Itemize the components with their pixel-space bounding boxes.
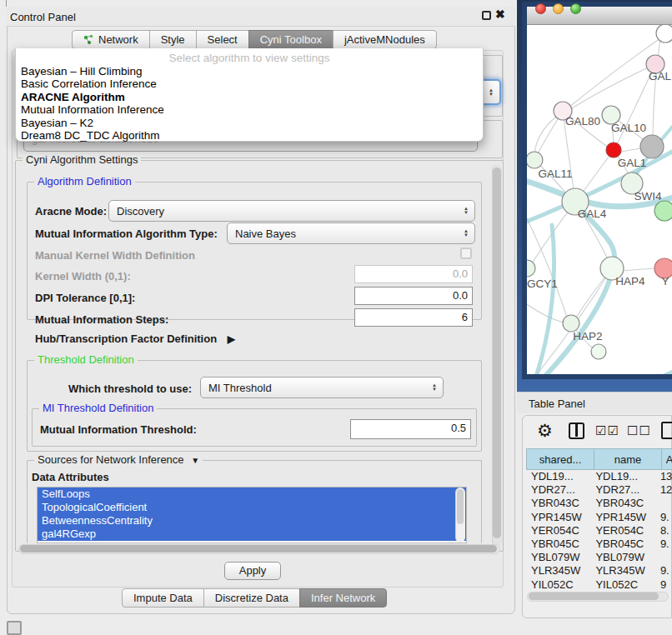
- column-header-name[interactable]: name: [594, 448, 662, 470]
- algorithm-option-basic-correlation-inference[interactable]: Basic Correlation Inference: [18, 78, 480, 90]
- tab-cyni-toolbox[interactable]: Cyni Toolbox: [248, 30, 333, 49]
- sources-group-title[interactable]: Sources for Network Inference ▼: [34, 453, 203, 466]
- dpi-tolerance-field[interactable]: 0.0: [354, 287, 473, 305]
- mi-threshold-field[interactable]: 0.5: [350, 419, 471, 439]
- algorithm-option-aracne-algorithm[interactable]: ARACNE Algorithm: [18, 91, 480, 103]
- minimize-traffic-light-icon[interactable]: [553, 3, 564, 14]
- tab-discretize-data[interactable]: Discretize Data: [203, 588, 300, 608]
- aracne-mode-value: Discovery: [117, 205, 164, 218]
- hub-expander-label: Hub/Transcription Factor Definition: [35, 332, 217, 345]
- deselect-all-checkboxes-icon[interactable]: ☐☐: [627, 423, 651, 438]
- node-label-gal80: GAL80: [565, 115, 600, 128]
- highlighted-edge: [620, 372, 672, 374]
- column-settings-icon[interactable]: [569, 422, 584, 439]
- close-icon[interactable]: ✖: [495, 8, 505, 21]
- gear-icon[interactable]: ⚙: [537, 421, 553, 441]
- cell-shared-name: YDL19...: [527, 470, 591, 483]
- table-hscrollbar-thumb[interactable]: [529, 592, 659, 600]
- attribute-item-topologicalcoefficient[interactable]: TopologicalCoefficient: [38, 501, 466, 514]
- node-table: YDL19...YDL19...13YDR27...YDR27...12YBR0…: [527, 470, 672, 592]
- node-label-gcy1: GCY1: [527, 278, 558, 290]
- attribute-item-gal4rgexp[interactable]: gal4RGexp: [38, 528, 466, 541]
- node-label-swi4: SWI4: [634, 190, 661, 202]
- table-row[interactable]: YBL079WYBL079W: [527, 551, 672, 564]
- table-row[interactable]: YBR045CYBR045C9.: [527, 538, 672, 551]
- algorithm-option-mutual-information-inference[interactable]: Mutual Information Inference: [18, 103, 480, 116]
- cell-value: [656, 551, 672, 564]
- node-gcy1[interactable]: [527, 260, 535, 277]
- node-unlabeled[interactable]: [591, 344, 606, 359]
- node-label-y: Y: [661, 275, 669, 288]
- cell-name: YLR345W: [591, 564, 655, 578]
- mi-type-combobox[interactable]: Naive Bayes ▲▼: [227, 222, 475, 244]
- select-all-checkboxes-icon[interactable]: ☑☑: [595, 423, 619, 438]
- tab-label: Network: [98, 33, 138, 46]
- tab-infer-network[interactable]: Infer Network: [299, 588, 387, 608]
- cell-value: 12: [656, 483, 672, 497]
- cell-name: YBR043C: [591, 497, 655, 510]
- node-label-gal1: GAL1: [618, 157, 647, 169]
- table-row[interactable]: YDL19...YDL19...13: [527, 470, 672, 483]
- table-row[interactable]: YIL052CYIL052C9: [527, 578, 672, 592]
- table-row[interactable]: YPR145WYPR145W9.: [527, 511, 672, 524]
- tab-select[interactable]: Select: [196, 30, 249, 49]
- cell-shared-name: YBR043C: [527, 497, 591, 510]
- minimized-panel-icon[interactable]: [7, 621, 22, 635]
- attributes-scrollbar-thumb[interactable]: [457, 489, 464, 524]
- tab-impute-data[interactable]: Impute Data: [122, 588, 204, 608]
- column-header-a[interactable]: A: [661, 448, 672, 470]
- node-gal1[interactable]: [606, 142, 621, 158]
- column-header-shared[interactable]: shared...: [526, 448, 594, 470]
- algorithm-option-dream8-dc-tdc-algorithm[interactable]: Dream8 DC_TDC Algorithm: [18, 129, 480, 142]
- zoom-traffic-light-icon[interactable]: [570, 3, 581, 14]
- tab-jactivemnodules[interactable]: jActiveMNodules: [333, 30, 437, 49]
- expander-down-arrow-icon: ▼: [191, 456, 199, 465]
- mi-threshold-group-title: MI Threshold Definition: [39, 402, 157, 414]
- manual-kernel-checkbox[interactable]: [460, 248, 472, 259]
- hub-expander[interactable]: Hub/Transcription Factor Definition ▶: [35, 332, 235, 345]
- aracne-mode-label: Aracne Mode:: [35, 205, 107, 218]
- tab-style[interactable]: Style: [149, 30, 197, 49]
- cell-name: YER054C: [591, 524, 655, 538]
- algorithm-option-bayesian-hill-climbing[interactable]: Bayesian – Hill Climbing: [18, 65, 480, 78]
- cell-shared-name: YLR345W: [527, 564, 591, 578]
- function-builder-icon[interactable]: [661, 422, 672, 439]
- settings-hscrollbar-thumb[interactable]: [20, 545, 497, 552]
- node-hap2[interactable]: [563, 315, 579, 332]
- kernel-width-field[interactable]: 0.0: [354, 265, 473, 283]
- edge: [621, 268, 654, 271]
- table-row[interactable]: YDR27...YDR27...12: [527, 483, 672, 497]
- apply-button[interactable]: Apply: [224, 562, 281, 580]
- table-row[interactable]: YLR345WYLR345W9.: [527, 564, 672, 578]
- mi-steps-field[interactable]: 6: [354, 308, 473, 327]
- node-label-hap4: HAP4: [615, 275, 645, 288]
- node-unlabeled[interactable]: [640, 135, 664, 158]
- close-traffic-light-icon[interactable]: [535, 3, 546, 14]
- settings-group-title: Cyni Algorithm Settings: [23, 153, 141, 166]
- tab-network[interactable]: Network: [72, 30, 150, 49]
- node-unlabeled[interactable]: [656, 25, 672, 42]
- attribute-item-selfloops[interactable]: SelfLoops: [38, 488, 466, 501]
- node-unlabeled[interactable]: [654, 201, 672, 221]
- table-panel-title: Table Panel: [529, 398, 585, 410]
- cell-value: 13: [656, 470, 672, 483]
- node-gal11[interactable]: [527, 152, 543, 168]
- network-window-titlebar[interactable]: [527, 7, 672, 25]
- algorithm-option-bayesian-k2[interactable]: Bayesian – K2: [18, 117, 480, 129]
- settings-scrollbar-thumb[interactable]: [493, 168, 501, 538]
- which-threshold-label: Which threshold to use:: [68, 382, 192, 395]
- which-threshold-combobox[interactable]: MI Threshold ▲▼: [200, 377, 444, 398]
- network-canvas[interactable]: GALGAL80GAL10GAL1GAL11SWI4GAL4GCY1HAP4YH…: [527, 25, 672, 374]
- combo-spinner-icon: ▲▼: [489, 88, 494, 97]
- table-row[interactable]: YBR043CYBR043C: [527, 497, 672, 510]
- control-panel-titlebar: [7, 7, 515, 27]
- attribute-item-betweennesscentrality[interactable]: BetweennessCentrality: [38, 514, 466, 528]
- aracne-mode-combobox[interactable]: Discovery ▲▼: [108, 200, 475, 222]
- expander-right-arrow-icon: ▶: [228, 333, 235, 345]
- node-label-gal11: GAL11: [538, 168, 572, 180]
- cell-shared-name: YPR145W: [527, 511, 591, 524]
- which-threshold-value: MI Threshold: [208, 382, 272, 394]
- float-window-icon[interactable]: [482, 11, 491, 20]
- table-row[interactable]: YER054CYER054C8.: [527, 524, 672, 538]
- combo-spinner-icon: ▲▼: [464, 229, 469, 238]
